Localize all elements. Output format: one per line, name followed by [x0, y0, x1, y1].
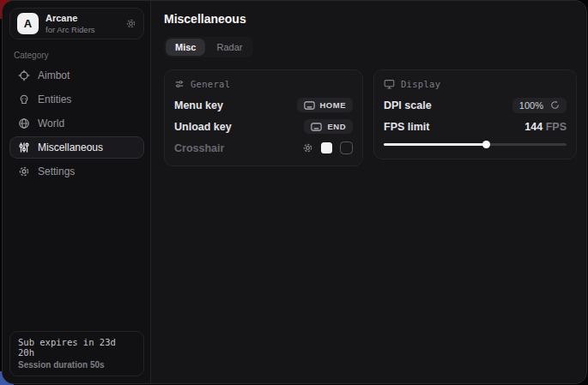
app-subtitle: for Arc Riders	[45, 25, 95, 34]
fps-limit-row: FPS limit 144 FPS	[384, 119, 567, 134]
general-panel: General Menu key HOME Unlo	[164, 69, 363, 166]
crosshair-controls	[302, 141, 353, 154]
display-panel: Display DPI scale 100% FPS	[373, 69, 577, 159]
subscription-card: Sub expires in 23d 20h Session duration …	[9, 331, 144, 376]
mini-sliders-icon	[174, 79, 185, 89]
category-label: Category	[14, 51, 140, 60]
menu-keybind-button[interactable]: HOME	[297, 98, 354, 112]
session-duration-text: Session duration 50s	[18, 360, 136, 370]
app-window: A Arcane for Arc Riders Category	[2, 0, 587, 384]
tab-misc[interactable]: Misc	[166, 39, 205, 56]
sliders-icon	[18, 141, 30, 153]
unload-key-row: Unload key END	[174, 119, 353, 134]
unload-keybind-value: END	[327, 122, 346, 131]
sub-expiry-text: Sub expires in 23d 20h	[18, 337, 136, 358]
sidebar-item-label: Entities	[38, 93, 71, 105]
sidebar-item-aimbot[interactable]: Aimbot	[9, 64, 144, 87]
dpi-scale-select[interactable]: 100%	[512, 98, 567, 113]
app-name: Arcane	[45, 13, 95, 24]
panels: General Menu key HOME Unlo	[164, 69, 577, 166]
dpi-scale-label: DPI scale	[384, 99, 432, 111]
crosshair-label: Crosshair	[174, 142, 224, 154]
sidebar-item-label: Settings	[38, 165, 75, 177]
sidebar-item-label: Aimbot	[38, 69, 70, 81]
tab-radar[interactable]: Radar	[207, 39, 252, 56]
crosshair-settings-gear-icon[interactable]	[302, 142, 313, 153]
crosshair-color-swatch[interactable]	[321, 142, 332, 153]
display-panel-title: Display	[401, 79, 440, 89]
fps-limit-value: 144 FPS	[524, 121, 567, 133]
sidebar-item-label: Miscellaneous	[38, 141, 103, 153]
fps-unit: FPS	[543, 121, 567, 133]
entities-icon	[18, 93, 30, 105]
gear-icon	[18, 165, 30, 177]
dpi-scale-row: DPI scale 100%	[384, 98, 567, 112]
unload-keybind-button[interactable]: END	[304, 119, 353, 134]
main-content: Miscellaneous Misc Radar	[151, 1, 587, 383]
sidebar-item-miscellaneous[interactable]: Miscellaneous	[9, 136, 144, 159]
gear-icon[interactable]	[125, 18, 136, 29]
unload-key-label: Unload key	[174, 121, 232, 133]
fps-slider-fill	[384, 143, 486, 146]
dpi-scale-value: 100%	[519, 100, 543, 111]
monitor-icon	[384, 79, 395, 90]
sidebar-item-world[interactable]: World	[9, 112, 144, 135]
globe-icon	[18, 117, 30, 129]
display-panel-header: Display	[384, 77, 567, 91]
page-title: Miscellaneous	[164, 12, 577, 26]
screen: A Arcane for Arc Riders Category	[0, 0, 588, 385]
crosshair-checkbox[interactable]	[340, 141, 353, 154]
sidebar-item-settings[interactable]: Settings	[9, 160, 144, 183]
keyboard-icon	[311, 123, 322, 131]
fps-limit-label: FPS limit	[384, 121, 429, 133]
sidebar-item-label: World	[38, 117, 64, 129]
crosshair-row: Crosshair	[174, 141, 353, 155]
general-panel-title: General	[191, 79, 230, 89]
app-logo: A	[17, 13, 39, 34]
app-header-card: A Arcane for Arc Riders	[9, 8, 144, 39]
fps-slider-thumb[interactable]	[482, 141, 490, 148]
crosshair-icon	[18, 69, 30, 81]
menu-key-label: Menu key	[174, 99, 223, 111]
sidebar-item-entities[interactable]: Entities	[9, 88, 144, 111]
sidebar: A Arcane for Arc Riders Category	[3, 1, 151, 383]
menu-key-row: Menu key HOME	[174, 98, 353, 112]
app-titles: Arcane for Arc Riders	[45, 13, 95, 35]
cycle-icon	[550, 100, 560, 110]
fps-number: 144	[524, 121, 543, 133]
fps-limit-slider[interactable]	[384, 141, 567, 148]
menu-keybind-value: HOME	[320, 100, 347, 110]
general-panel-header: General	[174, 77, 353, 91]
tab-group: Misc Radar	[164, 37, 253, 57]
keyboard-icon	[304, 101, 315, 110]
